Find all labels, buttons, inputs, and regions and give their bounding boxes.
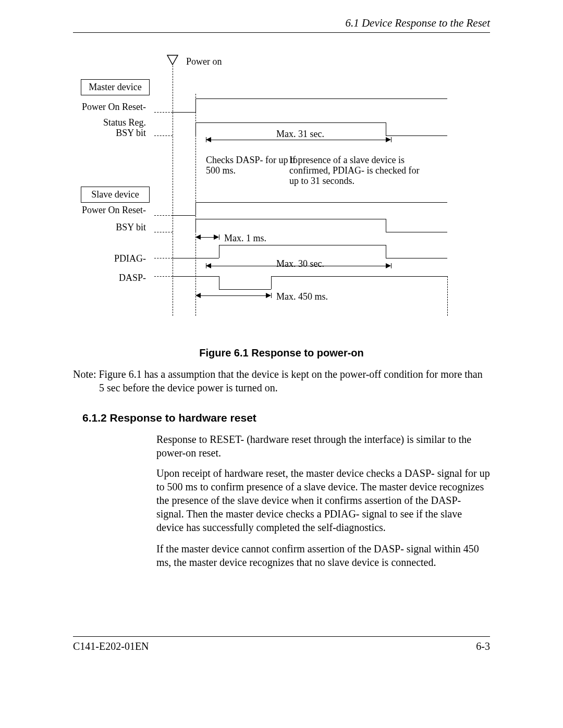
master-por-label: Power On Reset- [78,101,146,113]
max31-span [211,140,386,140]
arrow-left-icon [206,263,211,268]
timing-diagram: Power on Master device Power On Reset- S… [0,0,563,323]
note-block: Note: Figure 6.1 has a assumption that t… [73,367,490,394]
pdiag-edge2 [386,245,386,258]
max31-label: Max. 31 sec. [276,128,324,140]
slave-por-low [173,215,195,216]
dasp-low [219,289,271,290]
paragraph-3: If the master device cannot confirm asse… [156,542,490,569]
max1-label: Max. 1 ms. [224,232,266,244]
master-por-edge [195,98,196,112]
master-por-leader [154,112,173,113]
checks-dasp-1: Checks DASP- for up to [206,154,300,166]
master-bsy-high [195,122,386,123]
master-status-label-1: Status Reg. [78,117,146,128]
master-bsy-edge1 [195,122,196,135]
dasp-hi2 [271,276,447,277]
dasp-label: DASP- [78,272,146,283]
ref-line-t0 [173,66,173,316]
if-presence-3: up to 31 seconds. [289,175,435,187]
ref-line-right [447,276,448,316]
slave-por-leader [154,215,173,216]
power-on-label: Power on [186,56,222,67]
pdiag-edge1 [219,245,219,258]
dasp-leader [154,276,173,277]
svg-marker-0 [167,55,178,65]
master-device-box: Master device [81,79,150,95]
tick [206,137,206,142]
dasp-edge2 [271,276,272,289]
tick [391,137,391,142]
footer-rule [73,636,490,637]
checks-dasp-2: 500 ms. [206,165,300,176]
slave-por-label: Power On Reset- [78,204,146,216]
arrow-right-icon [266,293,271,298]
footer-doc-id: C141-E202-01EN [73,640,149,652]
note-line-2: 5 sec before the device power is turned … [73,382,278,393]
slave-por-high [195,202,447,203]
arrow-left-icon [206,137,211,142]
figure-caption: Figure 6.1 Response to power-on [0,347,563,359]
dasp-edge1 [219,276,219,289]
slave-bsy-label: BSY bit [78,221,146,233]
arrow-left-icon [195,293,201,298]
paragraph-1: Response to RESET- (hardware reset throu… [156,433,490,460]
master-bsy-leader [154,135,173,136]
master-bsy-edge2 [386,122,386,135]
power-on-marker-icon [167,55,178,65]
section-heading: 6.1.2 Response to hardware reset [82,412,256,424]
pdiag-hi1 [173,258,219,258]
dasp-hi1 [173,276,219,277]
slave-device-box: Slave device [81,187,150,203]
tick [219,235,219,240]
footer-page-number: 6-3 [476,640,490,652]
slave-por-edge [195,202,196,215]
tick [391,263,391,268]
paragraph-2: Upon receipt of hardware reset, the mast… [156,466,490,534]
pdiag-hi2 [386,258,447,258]
if-presence-2: confirmed, PDIAG- is checked for [289,165,435,176]
arrow-right-icon [214,235,219,240]
max450-label: Max. 450 ms. [276,291,328,302]
slave-bsy-high [195,219,386,219]
master-por-low [173,112,195,113]
page: 6.1 Device Response to the Reset Power o… [0,0,563,728]
arrow-left-icon [195,235,201,240]
max450-span [201,295,266,296]
master-bsy-low [386,135,447,136]
note-line-1: Note: Figure 6.1 has a assumption that t… [73,368,483,380]
max30-label: Max. 30 sec. [276,258,324,269]
arrow-right-icon [386,137,391,142]
slave-bsy-edge1 [195,219,196,232]
arrow-right-icon [386,263,391,268]
slave-bsy-edge2 [386,219,386,232]
tick [271,293,272,298]
slave-bsy-low [386,232,447,232]
master-status-label-2: BSY bit [78,127,146,139]
master-por-high [195,98,447,99]
pdiag-label: PDIAG- [78,253,146,264]
pdiag-low [219,245,386,245]
slave-bsy-leader [154,232,173,232]
if-presence-1: If presence of a slave device is [289,154,435,166]
tick [206,263,206,268]
pdiag-leader [154,258,173,258]
